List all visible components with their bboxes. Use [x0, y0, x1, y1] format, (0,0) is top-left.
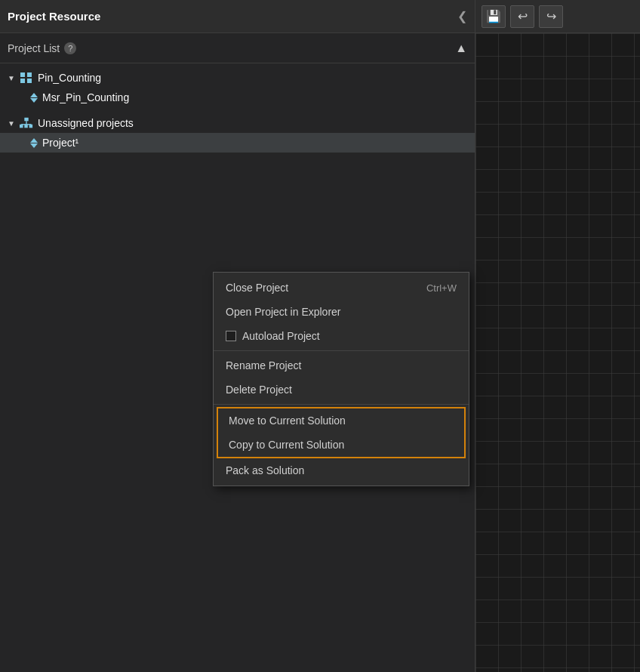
msr-pin-counting-label: Msr_Pin_Counting — [42, 91, 129, 103]
svg-rect-3 — [27, 79, 32, 83]
tree-item-pin-counting[interactable]: ▼ Pin_Counting — [0, 68, 475, 88]
left-panel: Project Resource ❮ Project List ? ▲ ▼ Pi… — [0, 0, 475, 672]
context-menu: Close Project Ctrl+W Open Project in Exp… — [213, 272, 469, 486]
tree-item-project1[interactable]: Project¹ — [0, 133, 475, 153]
toolbar-bar: 💾 ↩ ↪ — [475, 0, 640, 33]
grid-canvas — [475, 33, 640, 672]
menu-item-pack-as-solution[interactable]: Pack as Solution — [214, 458, 469, 482]
menu-shortcut-close-project: Ctrl+W — [426, 282, 457, 294]
menu-item-open-explorer[interactable]: Open Project in Explorer — [214, 300, 469, 324]
menu-group-current-solution: Move to Current Solution Copy to Current… — [217, 407, 466, 458]
sort-icon-project1 — [30, 138, 38, 148]
project-list-title: Project List — [8, 42, 60, 54]
menu-item-delete[interactable]: Delete Project — [214, 378, 469, 402]
tree-arrow-pin-counting: ▼ — [8, 74, 17, 82]
save-icon: 💾 — [486, 9, 501, 23]
redo-icon: ↪ — [546, 9, 556, 23]
menu-item-rename[interactable]: Rename Project — [214, 353, 469, 378]
menu-item-move-to-solution[interactable]: Move to Current Solution — [218, 408, 464, 433]
project-list-header: Project List ? ▲ — [0, 33, 475, 63]
project1-label: Project¹ — [42, 137, 78, 149]
tree-container: ▼ Pin_Counting Msr_Pin_Counting ▼ — [0, 63, 475, 157]
menu-label-autoload: Autoload Project — [242, 330, 320, 342]
svg-rect-1 — [27, 72, 32, 77]
tree-item-unassigned[interactable]: ▼ Unassigned projects — [0, 113, 475, 133]
menu-item-close-project[interactable]: Close Project Ctrl+W — [214, 276, 469, 300]
unassigned-icon — [20, 117, 33, 129]
tree-arrow-unassigned: ▼ — [8, 119, 17, 128]
svg-rect-4 — [24, 118, 28, 122]
panel-title: Project Resource — [8, 10, 100, 23]
upload-icon[interactable]: ▲ — [455, 42, 467, 55]
menu-item-autoload[interactable]: Autoload Project — [214, 324, 469, 348]
menu-label-close-project: Close Project — [226, 282, 288, 294]
undo-button[interactable]: ↩ — [510, 5, 534, 28]
menu-label-open-explorer: Open Project in Explorer — [226, 306, 341, 318]
tree-item-msr-pin-counting[interactable]: Msr_Pin_Counting — [0, 88, 475, 107]
menu-label-move-to-solution: Move to Current Solution — [229, 415, 346, 427]
svg-rect-0 — [20, 72, 25, 77]
pin-counting-label: Pin_Counting — [38, 72, 101, 84]
save-button[interactable]: 💾 — [482, 5, 506, 28]
right-panel: 💾 ↩ ↪ — [475, 0, 640, 672]
svg-rect-2 — [20, 79, 25, 83]
unassigned-label: Unassigned projects — [38, 117, 134, 129]
menu-item-copy-to-solution[interactable]: Copy to Current Solution — [218, 433, 464, 457]
menu-label-rename: Rename Project — [226, 359, 301, 371]
undo-icon: ↩ — [518, 9, 528, 23]
collapse-icon[interactable]: ❮ — [457, 9, 467, 23]
redo-button[interactable]: ↪ — [539, 5, 563, 28]
menu-divider-2 — [214, 404, 469, 405]
panel-header: Project Resource ❮ — [0, 0, 475, 33]
help-icon[interactable]: ? — [64, 42, 76, 54]
menu-label-delete: Delete Project — [226, 384, 292, 396]
pin-counting-icon — [20, 72, 33, 84]
menu-label-pack-as-solution: Pack as Solution — [226, 464, 304, 476]
svg-rect-6 — [24, 125, 28, 128]
sort-icon-msr — [30, 93, 38, 103]
autoload-checkbox[interactable] — [226, 331, 236, 341]
menu-label-copy-to-solution: Copy to Current Solution — [229, 439, 344, 451]
menu-divider-1 — [214, 350, 469, 351]
